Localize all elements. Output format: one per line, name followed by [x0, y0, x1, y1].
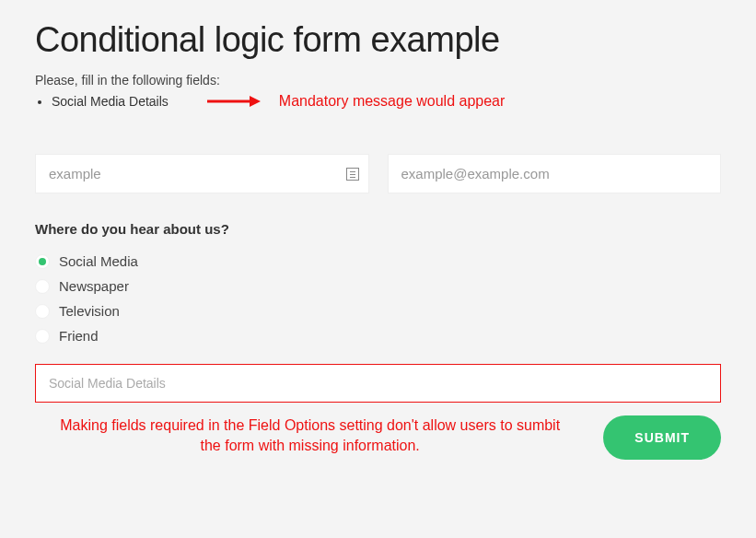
question-label: Where do you hear about us?: [35, 221, 721, 237]
social-media-details-input[interactable]: Social Media Details: [35, 364, 721, 403]
radio-option-television[interactable]: Television: [35, 303, 721, 319]
arrow-icon: [207, 94, 261, 109]
radio-label: Television: [59, 303, 120, 319]
input-row: example example@example.com: [35, 154, 721, 193]
radio-icon: [35, 304, 50, 319]
name-input[interactable]: example: [35, 154, 369, 193]
contact-card-icon: [346, 168, 359, 181]
validation-list: Social Media Details: [52, 94, 169, 109]
radio-icon: [35, 329, 50, 344]
radio-option-newspaper[interactable]: Newspaper: [35, 278, 721, 294]
form-container: Conditional logic form example Please, f…: [0, 0, 756, 476]
email-input[interactable]: example@example.com: [388, 154, 722, 193]
annotation-mandatory: Mandatory message would appear: [279, 93, 505, 110]
submit-button[interactable]: SUBMIT: [603, 415, 721, 460]
validation-row: Social Media Details Mandatory message w…: [35, 93, 721, 110]
email-input-value: example@example.com: [401, 166, 550, 181]
annotation-required: Making fields required in the Field Opti…: [35, 415, 585, 457]
svg-marker-1: [250, 96, 261, 107]
details-placeholder: Social Media Details: [49, 376, 166, 391]
radio-option-social-media[interactable]: Social Media: [35, 253, 721, 269]
radio-label: Newspaper: [59, 278, 129, 294]
radio-icon: [35, 279, 50, 294]
radio-label: Social Media: [59, 253, 138, 269]
name-input-value: example: [49, 166, 101, 181]
footer-row: Making fields required in the Field Opti…: [35, 415, 721, 460]
validation-instruction: Please, fill in the following fields:: [35, 73, 721, 88]
page-title: Conditional logic form example: [35, 20, 721, 60]
radio-icon: [35, 254, 50, 269]
validation-item: Social Media Details: [52, 94, 169, 109]
radio-label: Friend: [59, 328, 99, 344]
radio-group: Social Media Newspaper Television Friend: [35, 253, 721, 344]
radio-option-friend[interactable]: Friend: [35, 328, 721, 344]
